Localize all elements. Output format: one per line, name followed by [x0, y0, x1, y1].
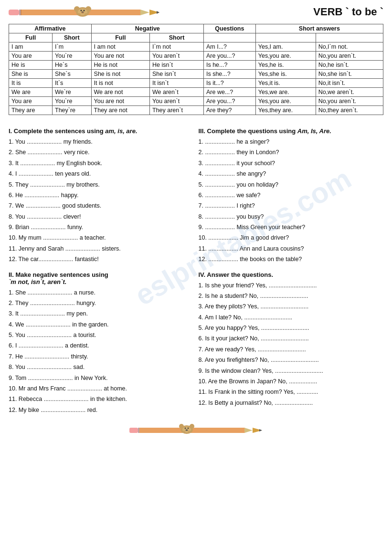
list-item: 3. It ........................... my pen…	[9, 309, 194, 318]
list-item: 5. Are you happy? Yes, .................…	[199, 324, 384, 333]
aff-short-cell: You`re	[53, 97, 92, 106]
no-cell: No,you aren`t.	[316, 97, 383, 106]
svg-point-15	[77, 13, 81, 16]
aff-full-cell: You are	[9, 97, 53, 106]
svg-rect-0	[9, 10, 19, 15]
list-item: 1. You ..................... my friends.	[9, 137, 194, 147]
question-cell: Are we...?	[203, 88, 255, 97]
question-cell: Is he...?	[203, 61, 255, 70]
aff-short-cell: She`s	[53, 70, 92, 79]
list-item: 1. She ........................... a nur…	[9, 288, 194, 297]
list-item: 8. .................. you busy?	[199, 212, 384, 221]
questions-header: Questions	[203, 24, 255, 33]
neg-full-cell: I am not	[91, 42, 149, 52]
list-item: 10. .................. Jim a good driver…	[199, 233, 384, 242]
list-item: 9. .................. Miss Green your te…	[199, 223, 384, 232]
affirmative-header: Affirmative	[9, 24, 92, 33]
neg-short-cell: You aren`t	[149, 97, 203, 106]
aff-full-cell: We are	[9, 88, 53, 97]
exercise4-list: 1. Is she your friend? Yes, ............…	[199, 281, 384, 408]
neg-full-cell: You are not	[91, 52, 149, 61]
svg-rect-18	[138, 428, 139, 433]
exercise4-title: IV. Answer the questions.	[199, 271, 384, 278]
svg-rect-1	[19, 10, 21, 15]
list-item: 5. They ..................... my brother…	[9, 180, 194, 190]
exercise1-title: I. Complete the sentences using am, is, …	[9, 127, 194, 135]
grammar-table: Affirmative Negative Questions Short ans…	[9, 24, 383, 115]
svg-marker-20	[244, 428, 253, 433]
yes-cell: Yes,it is.	[255, 79, 316, 88]
exercise3-title: III. Complete the questions using Am, Is…	[199, 127, 384, 135]
svg-point-31	[188, 431, 191, 433]
list-item: 6. I ........................... a denti…	[9, 341, 194, 350]
list-item: 12. Is Betty a journalist? No, .........…	[199, 399, 384, 408]
aff-full-cell: She is	[9, 70, 53, 79]
list-item: 10. Are the Browns in Japan? No, .......…	[199, 377, 384, 386]
list-item: 12. .................. the books on the …	[199, 255, 384, 264]
neg-short-cell: You aren`t	[149, 52, 203, 61]
exercise1-list: 1. You ..................... my friends.…	[9, 137, 194, 264]
table-row: It is It`s It is not It isn`t Is it...? …	[9, 79, 383, 88]
no-cell: No,it isn`t.	[316, 79, 383, 88]
list-item: 7. He ........................... thirst…	[9, 352, 194, 361]
svg-point-27	[184, 428, 186, 429]
table-row: He is He`s He is not He isn`t Is he...? …	[9, 61, 383, 70]
svg-point-16	[85, 13, 88, 16]
aff-short-cell: He`s	[53, 61, 92, 70]
neg-short-cell: We aren`t	[149, 88, 203, 97]
neg-short-cell: It isn`t	[149, 79, 203, 88]
neg-full-cell: We are not	[91, 88, 149, 97]
neg-short-label: Short	[149, 33, 203, 42]
table-row: I am I`m I am not I`m not Am I...? Yes,I…	[9, 42, 383, 52]
svg-marker-5	[157, 11, 159, 14]
list-item: 7. Are we ready? Yes, ..................…	[199, 345, 384, 354]
list-item: 6. .................. we safe?	[199, 191, 384, 200]
no-label	[316, 33, 383, 42]
aff-short-cell: They`re	[53, 106, 92, 115]
list-item: 1. Is she your friend? Yes, ............…	[199, 281, 384, 290]
list-item: 6. He ..................... happy.	[9, 191, 194, 200]
svg-point-30	[182, 431, 185, 433]
question-cell: Is she...?	[203, 70, 255, 79]
list-item: 7. .................. I right?	[199, 201, 384, 211]
list-item: 5. .................. you on holiday?	[199, 180, 384, 190]
list-item: 8. You ........................... sad.	[9, 363, 194, 372]
list-item: 12. The car..................... fantast…	[9, 255, 194, 264]
list-item: 4. .................. she angry?	[199, 169, 384, 179]
yes-cell: Yes,you are.	[255, 52, 316, 61]
svg-point-28	[187, 428, 189, 429]
list-item: 2. Is he a student? No, ................…	[199, 292, 384, 301]
list-item: 1. .................. he a singer?	[199, 137, 384, 147]
neg-full-cell: It is not	[91, 79, 149, 88]
list-item: 4. Am I late? No, ......................…	[199, 313, 384, 322]
list-item: 9. Brian ..................... funny.	[9, 223, 194, 232]
q-label	[203, 33, 255, 42]
question-cell: Are you...?	[203, 52, 255, 61]
table-row: They are They`re They are not They aren`…	[9, 106, 383, 115]
aff-short-cell: It`s	[53, 79, 92, 88]
list-item: 4. We ........................... in the…	[9, 320, 194, 329]
footer	[9, 424, 383, 436]
yes-cell: Yes,they are.	[255, 106, 316, 115]
aff-full-cell: You are	[9, 52, 53, 61]
header: VERB ` to be `	[9, 5, 383, 19]
yes-cell: Yes,she is.	[255, 70, 316, 79]
no-cell: No,we aren`t.	[316, 88, 383, 97]
svg-point-14	[82, 11, 84, 12]
list-item: 8. Are you firefighters? No, ...........…	[199, 356, 384, 365]
list-item: 10. My mum ..................... a teach…	[9, 233, 194, 242]
no-cell: No,he isn`t.	[316, 61, 383, 70]
pencil-footer-icon	[129, 424, 263, 436]
table-row: We are We`re We are not We aren`t Are we…	[9, 88, 383, 97]
neg-short-cell: They aren`t	[149, 106, 203, 115]
list-item: 2. They ........................... hung…	[9, 299, 194, 308]
list-item: 11. Jenny and Sarah ....................…	[9, 244, 194, 253]
svg-point-11	[81, 10, 82, 11]
svg-rect-17	[129, 428, 138, 433]
list-item: 10. Mr and Mrs Franc ...................…	[9, 384, 194, 393]
yes-label	[255, 33, 316, 42]
svg-marker-22	[259, 429, 262, 432]
yes-cell: Yes,we are.	[255, 88, 316, 97]
neg-full-cell: She is not	[91, 70, 149, 79]
list-item: 7. We ..................... good student…	[9, 201, 194, 211]
